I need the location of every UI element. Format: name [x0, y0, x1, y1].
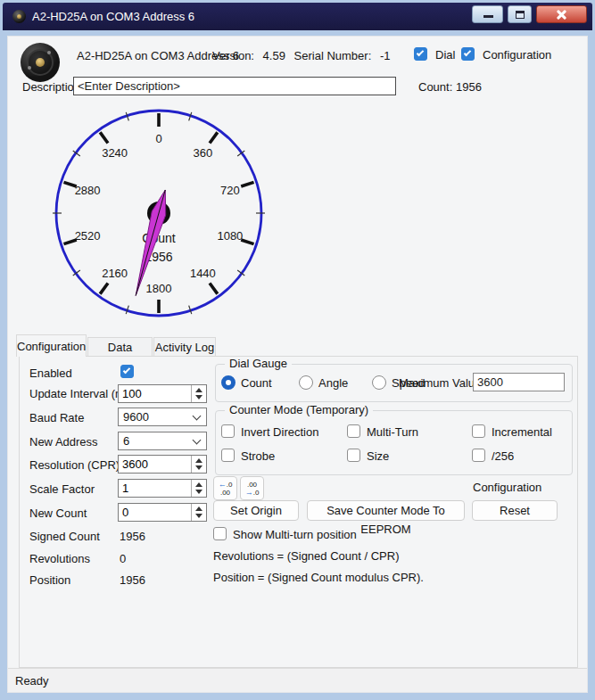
- reset-button[interactable]: Reset: [472, 500, 558, 521]
- spin-down-icon: [195, 490, 202, 494]
- chevron-down-icon: [193, 436, 202, 445]
- svg-text:2520: 2520: [75, 229, 101, 243]
- spinner-buttons[interactable]: [191, 385, 206, 402]
- configuration-section-label: Configuration: [473, 481, 541, 494]
- svg-text:360: 360: [194, 146, 213, 160]
- configuration-checkbox-label: Configuration: [483, 48, 551, 62]
- strobe-checkbox[interactable]: [221, 449, 235, 462]
- maximize-icon: [516, 11, 525, 19]
- resolution-stepper[interactable]: [118, 455, 207, 474]
- show-multiturn-label: Show Multi-turn position: [233, 528, 357, 541]
- count-display-label: Count:: [418, 80, 452, 94]
- incremental-checkbox[interactable]: [472, 424, 485, 438]
- dial-checkbox[interactable]: [414, 47, 427, 61]
- invert-direction-checkbox[interactable]: [221, 424, 235, 438]
- baud-rate-value: 9600: [123, 410, 149, 424]
- svg-text:1080: 1080: [217, 229, 243, 243]
- save-counter-mode-button[interactable]: Save Counter Mode To EEPROM: [307, 500, 465, 521]
- count-radio[interactable]: [221, 375, 236, 390]
- serial-value: -1: [380, 49, 391, 62]
- spin-down-icon: [195, 514, 202, 518]
- spinner-buttons[interactable]: [191, 504, 206, 521]
- arrow-right-icon: →: [245, 488, 253, 497]
- spin-up-icon: [195, 458, 202, 463]
- window-title: A2-HD25A on COM3 Address 6: [32, 3, 194, 30]
- svg-text:3240: 3240: [102, 146, 128, 160]
- revolutions-formula: Revolutions = (Signed Count / CPR): [213, 549, 399, 563]
- decrease-decimal-button[interactable]: ←.0 .00: [213, 476, 237, 500]
- tab-activity-log[interactable]: Activity Log: [153, 337, 216, 357]
- svg-text:2880: 2880: [75, 184, 101, 197]
- maximize-button[interactable]: [508, 5, 532, 23]
- svg-text:720: 720: [220, 184, 240, 197]
- titlebar: A2-HD25A on COM3 Address 6: [3, 3, 592, 30]
- minimize-button[interactable]: [472, 5, 503, 23]
- dial-gauge: 03607201080144018002160252028803240Count…: [52, 106, 266, 320]
- version-serial-line: Version: 4.59 Serial Number: -1: [212, 49, 395, 62]
- baud-rate-select[interactable]: 9600: [118, 408, 207, 426]
- count-display-value: 1956: [456, 80, 482, 94]
- svg-text:1440: 1440: [190, 267, 216, 280]
- signed-count-value: 1956: [120, 530, 145, 543]
- status-text: Ready: [15, 674, 49, 688]
- new-address-select[interactable]: 6: [118, 432, 207, 450]
- version-value: 4.59: [263, 49, 285, 62]
- minimize-icon: [483, 15, 493, 18]
- update-interval-stepper[interactable]: [118, 384, 207, 403]
- svg-text:2160: 2160: [102, 267, 128, 280]
- angle-radio-label: Angle: [318, 376, 348, 390]
- incremental-label: Incremental: [492, 425, 552, 439]
- counter-mode-group: Counter Mode (Temporary): [215, 410, 573, 475]
- scale-factor-input[interactable]: [119, 480, 190, 497]
- multi-turn-checkbox[interactable]: [347, 424, 360, 438]
- description-label: Description: [22, 80, 80, 94]
- chevron-down-icon: [193, 412, 202, 421]
- update-interval-input[interactable]: [119, 385, 190, 402]
- check-icon: [417, 49, 424, 56]
- spinner-buttons[interactable]: [191, 456, 206, 473]
- app-window: { "titlebar": { "title": "A2-HD25A on CO…: [0, 0, 595, 700]
- close-button[interactable]: [536, 5, 587, 23]
- resolution-label: Resolution (CPR): [29, 458, 120, 472]
- spin-up-icon: [195, 388, 202, 392]
- scale-factor-stepper[interactable]: [118, 479, 207, 498]
- scale-factor-label: Scale Factor: [29, 482, 95, 496]
- check-icon: [464, 49, 471, 56]
- signed-count-label: Signed Count: [29, 530, 100, 543]
- set-origin-button[interactable]: Set Origin: [213, 500, 299, 521]
- revolutions-label: Revolutions: [29, 552, 90, 565]
- size-checkbox[interactable]: [347, 449, 360, 462]
- div256-checkbox[interactable]: [472, 449, 485, 462]
- maximum-value-label: Maximum Value: [399, 376, 481, 390]
- svg-text:0: 0: [155, 132, 161, 145]
- serial-label: Serial Number:: [294, 49, 372, 62]
- show-multiturn-checkbox[interactable]: [213, 527, 227, 540]
- description-input[interactable]: [73, 77, 396, 95]
- count-display: Count: 1956: [418, 80, 482, 94]
- new-count-input[interactable]: [119, 504, 190, 521]
- new-count-stepper[interactable]: [118, 503, 207, 522]
- counter-mode-group-title: Counter Mode (Temporary): [225, 403, 373, 416]
- configuration-tab-panel: Enabled Update Interval (ms) Baud Rate 9…: [19, 356, 578, 668]
- count-radio-label: Count: [241, 376, 272, 390]
- spin-up-icon: [195, 506, 202, 511]
- speed-radio[interactable]: [372, 375, 386, 390]
- spin-down-icon: [195, 395, 202, 399]
- tab-data-logging[interactable]: Data Logging: [87, 337, 153, 357]
- enabled-checkbox[interactable]: [120, 365, 134, 378]
- check-icon: [123, 366, 130, 374]
- position-formula: Position = (Signed Count modulus CPR).: [213, 571, 424, 584]
- dial-gauge-group-title: Dial Gauge: [225, 357, 292, 370]
- baud-rate-label: Baud Rate: [29, 411, 84, 424]
- tab-configuration[interactable]: Configuration: [16, 334, 87, 357]
- position-label: Position: [29, 573, 70, 587]
- resolution-input[interactable]: [119, 456, 190, 473]
- spinner-buttons[interactable]: [191, 480, 206, 497]
- strobe-label: Strobe: [241, 449, 275, 463]
- configuration-checkbox[interactable]: [461, 47, 475, 61]
- angle-radio[interactable]: [299, 375, 313, 390]
- maximum-value-input[interactable]: [473, 373, 565, 391]
- position-value: 1956: [120, 573, 145, 587]
- size-label: Size: [367, 449, 389, 463]
- increase-decimal-button[interactable]: .00 →.0: [240, 476, 264, 500]
